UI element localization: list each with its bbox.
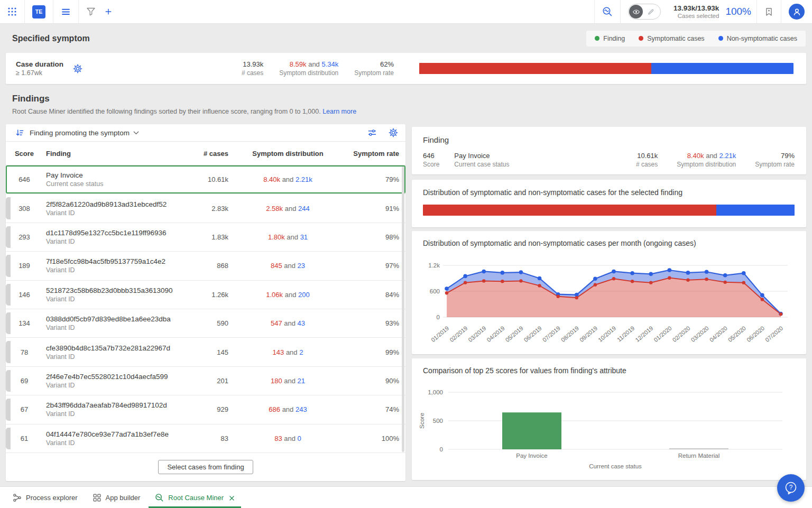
svg-text:05/2019: 05/2019 <box>504 325 524 343</box>
zoom-percent[interactable]: 100% <box>725 6 751 17</box>
non-symptomatic-bar-segment <box>651 63 793 74</box>
finding-sort-dropdown[interactable]: Finding promoting the symptom <box>30 129 130 137</box>
row-symptomatic-value: 2.58k <box>266 205 283 213</box>
column-cases: # cases <box>173 150 228 158</box>
tab-process-explorer[interactable]: Process explorer <box>5 487 85 508</box>
and-word: and <box>308 60 320 68</box>
and-word: and <box>284 377 296 385</box>
selected-finding-distribution-card: Distribution of symptomatic and non-symp… <box>412 180 806 227</box>
monthly-chart-title: Distribution of symptomatic and non-symp… <box>423 239 795 247</box>
svg-text:1,000: 1,000 <box>428 389 443 395</box>
row-cases: 1.83k <box>173 233 228 241</box>
case-duration-settings-button[interactable] <box>73 63 82 73</box>
detail-cases-value: 10.61k <box>636 152 658 160</box>
row-distribution: 547 and 43 <box>228 319 347 327</box>
row-finding-name: 0388dd0f5cb97d839ed8be1a6ee23dba <box>46 315 173 323</box>
filter-button[interactable] <box>79 0 103 24</box>
table-row[interactable]: 146 5218723c58b68b23d0bbb315a3613090 Var… <box>6 281 405 309</box>
view-edit-toggle[interactable] <box>621 0 668 24</box>
detail-distribution-stat: 8.40k and 2.21k Symptom distribution <box>677 152 736 168</box>
svg-text:02/2019: 02/2019 <box>448 325 468 343</box>
filter-settings-button[interactable] <box>367 128 377 138</box>
row-finding: 5218723c58b68b23d0bbb315a3613090 Variant… <box>43 287 173 303</box>
and-word: and <box>284 435 296 442</box>
main-menu-button[interactable] <box>53 0 78 24</box>
findings-rows: 646 Pay Invoice Current case status 10.6… <box>6 165 405 453</box>
view-mode-eye-icon[interactable] <box>629 5 643 19</box>
table-row[interactable]: 67 2b43ff96dda7aeafab784ed98917102d Vari… <box>6 395 405 424</box>
row-rate: 79% <box>347 176 399 183</box>
analysis-button[interactable] <box>595 0 620 24</box>
row-finding: d1c1178d95e1327cc5bc1e119ff96936 Variant… <box>43 229 173 245</box>
cases-value: 13.93k <box>242 60 263 68</box>
row-rate: 84% <box>347 291 399 299</box>
tab-label: App builder <box>106 494 141 502</box>
sort-icon[interactable] <box>15 128 24 137</box>
detail-cases-stat: 10.61k # cases <box>636 152 658 168</box>
add-filter-button[interactable] <box>103 0 120 24</box>
learn-more-link[interactable]: Learn more <box>322 108 356 115</box>
plus-icon <box>104 7 113 16</box>
legend-item-symptomatic: Symptomatic cases <box>639 35 704 42</box>
select-cases-button[interactable]: Select cases from finding <box>158 460 253 474</box>
detail-distribution-label: Symptom distribution <box>677 161 736 168</box>
svg-text:01/2020: 01/2020 <box>652 325 672 343</box>
row-finding: 2b43ff96dda7aeafab784ed98917102d Variant… <box>43 401 173 418</box>
row-symptomatic-value: 180 <box>271 377 282 385</box>
row-rate: 91% <box>347 205 399 213</box>
help-button[interactable]: ? <box>777 474 805 502</box>
row-score: 78 <box>6 348 43 356</box>
tab-label: Process explorer <box>26 494 78 502</box>
row-finding-attribute: Variant ID <box>46 382 173 389</box>
table-row[interactable]: 78 cfe3890b4d8c135a7b732e281a22967d Vari… <box>6 338 405 366</box>
table-row[interactable]: 308 2f5f82a61220ad9b8913ad31ebcedf52 Var… <box>6 194 405 223</box>
row-cases: 929 <box>173 405 228 413</box>
page-title: Specified symptom <box>12 34 90 43</box>
edit-mode-pencil-icon[interactable] <box>643 8 660 15</box>
table-row[interactable]: 134 0388dd0f5cb97d839ed8be1a6ee23dba Var… <box>6 309 405 338</box>
row-distribution: 143 and 2 <box>228 348 347 356</box>
svg-text:06/2019: 06/2019 <box>523 325 543 343</box>
bookmarks-button[interactable] <box>757 0 781 24</box>
scrollbar-thumb[interactable] <box>402 167 404 452</box>
svg-text:Score: Score <box>419 413 425 429</box>
non-symptomatic-dot <box>718 36 723 41</box>
panel-settings-button[interactable] <box>389 128 398 138</box>
detail-rate-label: Symptom rate <box>755 161 795 168</box>
detail-score-label: Score <box>423 161 439 168</box>
row-distribution: 1.80k and 31 <box>228 233 347 241</box>
detail-finding-name: Pay Invoice <box>454 152 509 160</box>
row-finding-name: 7f18e5fcc98b4ac5fb95137759a1c4e2 <box>46 257 173 265</box>
and-word: and <box>282 405 294 413</box>
filter-funnel-icon <box>86 7 96 16</box>
svg-text:04/2020: 04/2020 <box>708 325 728 343</box>
tab-root-cause-miner[interactable]: Root Cause Miner <box>147 487 242 508</box>
row-cases: 83 <box>173 435 228 442</box>
detail-cases-label: # cases <box>636 161 658 168</box>
detail-non-symptomatic-value: 2.21k <box>719 152 736 160</box>
table-row[interactable]: 293 d1c1178d95e1327cc5bc1e119ff96936 Var… <box>6 223 405 252</box>
selected-finding-distribution-bar <box>423 205 795 216</box>
close-tab-icon[interactable] <box>229 494 235 502</box>
detail-rate-stat: 79% Symptom rate <box>755 152 795 168</box>
chevron-down-icon[interactable] <box>133 128 139 137</box>
row-distribution: 686 and 243 <box>228 405 347 413</box>
row-score: 646 <box>6 176 43 183</box>
svg-text:03/2019: 03/2019 <box>467 325 487 343</box>
app-launcher-button[interactable] <box>0 0 24 24</box>
tab-app-builder[interactable]: App builder <box>85 487 148 508</box>
workspace-button[interactable]: TE <box>25 0 53 24</box>
rate-value: 62% <box>354 60 394 68</box>
table-row[interactable]: 69 2f46e7e4b7ec5528021c10d4aecfa599 Vari… <box>6 367 405 395</box>
table-row[interactable]: 189 7f18e5fcc98b4ac5fb95137759a1c4e2 Var… <box>6 252 405 280</box>
table-row[interactable]: 646 Pay Invoice Current case status 10.6… <box>6 165 405 194</box>
row-non-symptomatic-value: 243 <box>296 405 307 413</box>
row-finding-name: 2f46e7e4b7ec5528021c10d4aecfa599 <box>46 373 173 381</box>
row-distribution: 83 and 0 <box>228 435 347 442</box>
row-non-symptomatic-value: 21 <box>298 377 305 385</box>
svg-text:09/2019: 09/2019 <box>578 325 598 343</box>
row-non-symptomatic-value: 2 <box>299 348 303 356</box>
user-menu-button[interactable] <box>781 0 812 24</box>
row-symptomatic-value: 1.06k <box>266 291 283 299</box>
table-row[interactable]: 61 04f14447e780ce93e77ad7a1b3ef7e8e Vari… <box>6 424 405 453</box>
